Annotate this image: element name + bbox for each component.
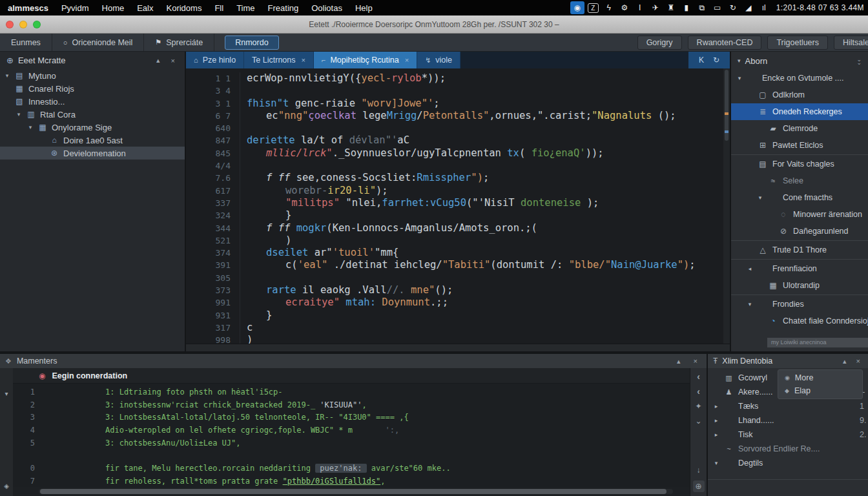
line-number[interactable]: 0: [13, 462, 39, 475]
collapse-panel-icon[interactable]: ▴: [840, 357, 849, 366]
code-text[interactable]: [240, 272, 247, 284]
line-number[interactable]: [13, 450, 39, 462]
line-number[interactable]: 373: [186, 284, 240, 296]
menu-item[interactable]: Home: [96, 3, 131, 13]
code-text[interactable]: ecraitye" mtah: Doynmunt.;;: [240, 296, 448, 309]
airplane-icon[interactable]: ✈: [648, 1, 663, 14]
line-number[interactable]: 337: [186, 197, 240, 209]
tree-item[interactable]: ⊛Devielomenation: [0, 147, 185, 160]
inspector-item[interactable]: ◔Chatet fiale Conndersioja: [731, 313, 868, 329]
line-number[interactable]: 3 4: [186, 85, 240, 97]
code-text[interactable]: ecrWop-nnvlietigY({yecl-rylob*));: [240, 72, 446, 85]
volume-icon[interactable]: ◢: [741, 1, 756, 14]
badge-icon[interactable]: Z: [588, 3, 599, 13]
diamond-icon[interactable]: ◈: [4, 482, 9, 490]
inspector-item[interactable]: ▦Ulotrandip: [731, 277, 868, 294]
gear-icon[interactable]: ⚙: [617, 1, 632, 14]
inspector-item[interactable]: ▤For Vaits chagles: [731, 156, 868, 172]
inspector-item[interactable]: ▾Frondies: [731, 296, 868, 313]
input-source-icon[interactable]: ◉: [570, 1, 584, 14]
signal-icon[interactable]: ıl: [757, 1, 771, 14]
code-text[interactable]: deriette la/t of dévlan"'aC: [240, 134, 409, 147]
scrollbar-thumb[interactable]: [40, 489, 666, 494]
console-output[interactable]: 11: Ldtriaing foto phsth on hėatl'i5cp-2…: [13, 384, 690, 487]
inspector-item[interactable]: ▢Odlkrlom: [731, 87, 868, 103]
line-number[interactable]: 1: [13, 386, 39, 399]
close-icon[interactable]: ×: [405, 56, 409, 64]
popup-item[interactable]: ◆Elap: [778, 384, 862, 397]
toolbar-segment[interactable]: ⚑Sprerciáte: [144, 34, 214, 51]
inspector-header[interactable]: ▾ Aborn ⌄⌄: [731, 52, 868, 70]
close-panel-icon[interactable]: ×: [854, 357, 863, 365]
tree-item[interactable]: ▾▤Mytuno: [0, 69, 185, 82]
inspector-item[interactable]: △Trute D1 Thore: [731, 242, 868, 258]
text-cursor-icon[interactable]: I: [633, 1, 647, 14]
code-text[interactable]: [240, 160, 247, 172]
line-number[interactable]: 374: [186, 247, 240, 259]
inspector-item[interactable]: ▾Encke on Gvtumole ....: [731, 70, 868, 87]
line-number[interactable]: 391: [186, 259, 240, 271]
line-number[interactable]: 845: [186, 147, 240, 160]
menu-item[interactable]: Help: [349, 3, 379, 13]
tree-item[interactable]: ▾▦Onylorame Sige: [0, 121, 185, 134]
inspector-item[interactable]: ⊞Pawtet Eticlos: [731, 137, 868, 154]
line-number[interactable]: 847: [186, 134, 240, 147]
monitor-row[interactable]: ▸Tisk2.: [708, 428, 868, 442]
editor-tab[interactable]: ⌂Pze hinlo: [186, 52, 244, 68]
menubar-clock[interactable]: 1:201-8.48 07 63 3.44M: [776, 3, 864, 12]
line-number[interactable]: 324: [186, 209, 240, 222]
inspector-item[interactable]: ◂Frennfiacion: [731, 260, 868, 277]
inspector-item[interactable]: ◌Minowerr ärenation: [731, 206, 868, 223]
menu-item[interactable]: Fll: [208, 3, 230, 13]
window-icon[interactable]: ▭: [710, 1, 725, 14]
code-text[interactable]: worebr-ir20-li");: [240, 185, 388, 197]
code-text[interactable]: }: [240, 309, 272, 322]
toolbar-button[interactable]: Hiltsale: [834, 36, 868, 50]
monitor-row[interactable]: ▸Tæks1: [708, 399, 868, 413]
line-number[interactable]: 617: [186, 185, 240, 197]
code-text[interactable]: [240, 85, 247, 97]
toolbar-button[interactable]: Rwanoten-CED: [688, 36, 762, 50]
code-text[interactable]: "militps" "nlei,farrhet:vCug50("'NisiT d…: [240, 197, 599, 209]
line-number[interactable]: 5: [13, 437, 39, 450]
code-text[interactable]: dseilet ar"'tuoil'"mm{: [240, 247, 398, 259]
monitor-row[interactable]: ▾Degtils: [708, 456, 868, 470]
run-button[interactable]: Rnmordo: [225, 36, 278, 50]
compare-icon[interactable]: K: [699, 56, 704, 65]
tree-item[interactable]: ▦Cnarel Riojs: [0, 82, 185, 95]
line-number[interactable]: 344: [186, 222, 240, 234]
tree-item[interactable]: ▧Innestio...: [0, 95, 185, 108]
inspector-item[interactable]: ⊘Dañegarunlend: [731, 223, 868, 240]
close-panel-icon[interactable]: ×: [168, 57, 178, 65]
line-number[interactable]: 2: [13, 399, 39, 412]
toolbar-button[interactable]: Trigoetluers: [767, 36, 828, 50]
menu-item[interactable]: Koridoms: [160, 3, 209, 13]
editor-tab[interactable]: ⌐Mopihetibç Rcutina×: [314, 52, 417, 68]
inspector-item[interactable]: ≈Selee: [731, 172, 868, 189]
collapse-all-icon[interactable]: ⌄⌄: [856, 57, 862, 65]
editor-tab[interactable]: Te Lictrnons×: [244, 52, 314, 68]
collapse-panel-icon[interactable]: ▴: [153, 56, 163, 65]
download-icon[interactable]: ↓: [697, 466, 701, 475]
code-text[interactable]: ec"nng"çoeclkat legeMrigg/Petontalls",or…: [240, 110, 676, 122]
close-icon[interactable]: ×: [302, 56, 305, 64]
key-icon[interactable]: ϟ: [602, 1, 616, 14]
line-number[interactable]: 7: [13, 475, 39, 487]
monitor-row[interactable]: ~Sorvored Endlier Re....: [708, 442, 868, 456]
line-number[interactable]: 317: [186, 322, 240, 334]
menu-item[interactable]: Pyvidm: [55, 3, 96, 13]
chevron-left-icon-2[interactable]: ‹: [697, 387, 700, 396]
line-number[interactable]: 7.6: [186, 172, 240, 184]
toolbar-segment[interactable]: ○Oricenionde Meil: [52, 34, 144, 51]
code-text[interactable]: c('eal" ./detinat iehcleg/"Tabiti"(dontu…: [240, 259, 696, 271]
toolbar-button[interactable]: Gorigry: [637, 36, 682, 50]
monitor-row[interactable]: ▸Lhand......9.: [708, 413, 868, 428]
refresh-icon[interactable]: ↻: [713, 56, 719, 65]
scrollbar-track[interactable]: [39, 489, 673, 494]
star-icon[interactable]: ✦: [695, 402, 701, 411]
code-text[interactable]: }: [240, 209, 291, 222]
inspector-item[interactable]: ▰Clemrode: [731, 120, 868, 137]
tree-item[interactable]: ⌂Doire 1ae0 5ast: [0, 134, 185, 147]
code-text[interactable]: f ff see,coness-Socsliet:Rmisspher");: [240, 172, 489, 184]
menu-item[interactable]: almmescs: [1, 3, 55, 13]
